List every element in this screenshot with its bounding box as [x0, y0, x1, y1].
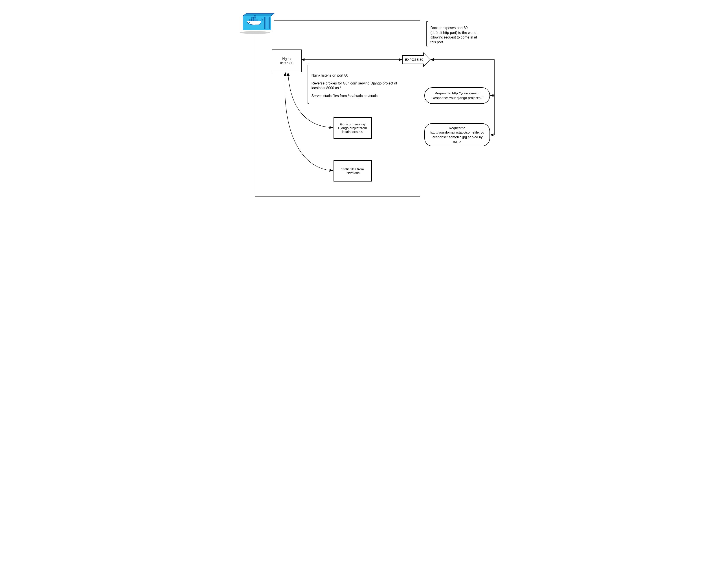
gunicorn-label: Gunicorn serving Django project from loc…: [335, 122, 370, 134]
nginx-note-line3: Serves static files from /srv/static as …: [312, 94, 404, 98]
request-root-node: Request to http://yourdomain/ Response: …: [424, 87, 490, 104]
request-static-line2: http://yourdomain/static/somefile.jpg: [429, 130, 486, 135]
nginx-box: Nginx listen 80: [272, 50, 302, 72]
nginx-listen-label: listen 80: [280, 61, 293, 65]
request-root-line1: Request to http://yourdomain/: [432, 91, 482, 95]
svg-rect-13: [254, 17, 256, 19]
svg-rect-12: [251, 17, 253, 19]
svg-point-0: [240, 31, 270, 34]
branch-to-request-static-connector: [490, 95, 494, 135]
nginx-note-line2: Reverse proxies for Gunicorn serving Dja…: [312, 81, 404, 90]
svg-point-15: [249, 22, 250, 23]
docker-note-bracket: [427, 22, 428, 46]
nginx-note-line1: Nginx listens on port 80: [312, 73, 404, 78]
static-files-label: Static files from /srv/static: [335, 167, 370, 175]
nginx-note-bracket: [308, 65, 309, 103]
svg-marker-2: [243, 14, 274, 16]
expose-label: EXPOSE 80: [405, 58, 423, 61]
svg-rect-10: [254, 19, 256, 21]
gunicorn-box: Gunicorn serving Django project from loc…: [334, 117, 372, 139]
svg-rect-9: [251, 19, 253, 21]
svg-rect-8: [249, 19, 251, 21]
request-static-line1: Request to: [429, 126, 486, 130]
expose-arrow-shape: EXPOSE 80: [402, 53, 430, 66]
docker-container-icon: [235, 13, 275, 35]
docker-note-text: Docker exposes port 80 (default http por…: [431, 26, 477, 44]
static-files-box: Static files from /srv/static: [334, 160, 372, 182]
request-static-line3: Response: somefile.jpg served by nginx: [429, 135, 486, 144]
docker-note: Docker exposes port 80 (default http por…: [431, 26, 478, 44]
diagram-canvas: Nginx listen 80 Gunicorn serving Django …: [226, 0, 502, 213]
request-static-node: Request to http://yourdomain/static/some…: [424, 123, 490, 146]
nginx-label: Nginx: [282, 57, 291, 61]
nginx-note: Nginx listens on port 80 Reverse proxies…: [312, 73, 404, 98]
svg-rect-11: [256, 19, 258, 21]
request-root-line2: Response: Your django project's /: [432, 96, 482, 100]
svg-rect-14: [254, 16, 256, 17]
